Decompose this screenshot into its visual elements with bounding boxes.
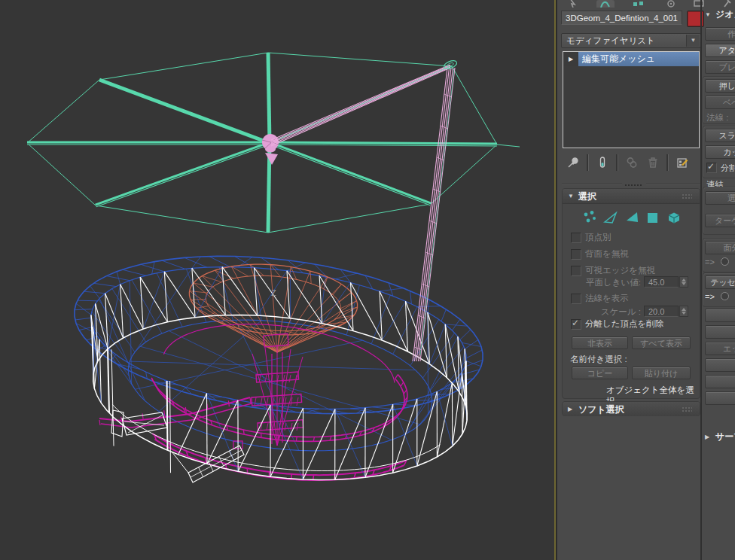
geometry-button-blank-21[interactable] bbox=[705, 309, 735, 322]
radio-icon[interactable] bbox=[721, 292, 729, 300]
spiral-ramp-wireframe[interactable] bbox=[99, 324, 407, 480]
geometry-button-面分割[interactable]: 面分割 bbox=[705, 241, 735, 254]
modifier-stack: ▶ 編集可能メッシュ bbox=[563, 51, 700, 148]
wireframe-scene: Z bbox=[0, 0, 554, 560]
arrow-label: => bbox=[705, 257, 715, 266]
checkbox-icon[interactable]: ✓ bbox=[571, 319, 581, 330]
radio-icon[interactable] bbox=[721, 257, 729, 266]
geometry-button-押し出し[interactable]: 押し出し bbox=[705, 79, 735, 93]
modifier-list-label: モディファイヤリスト bbox=[566, 35, 655, 47]
geometry-button-アタッチ[interactable]: アタッチ bbox=[705, 44, 735, 57]
unhide-all-button[interactable]: すべて表示 bbox=[632, 336, 691, 349]
vertex-level-icon[interactable] bbox=[581, 208, 599, 227]
crane-wireframe[interactable] bbox=[271, 59, 458, 361]
create-icon bbox=[563, 0, 581, 8]
check-icon: ✓ bbox=[572, 318, 579, 328]
geometry-button-スライス[interactable]: スライス bbox=[705, 129, 735, 142]
checkbox-ignore-backfacing[interactable]: 背面を無視 bbox=[571, 248, 629, 260]
motion-icon bbox=[662, 0, 680, 8]
pin-stack-icon[interactable] bbox=[565, 154, 581, 171]
caret-down-icon: ▼ bbox=[705, 11, 711, 18]
element-level-icon[interactable] bbox=[665, 208, 683, 227]
geometry-button-blank-22[interactable] bbox=[705, 325, 735, 339]
geometry-label-法線 :: 法線 : bbox=[706, 112, 728, 123]
command-panel-column-2: ▼ ジオメトリ 作成アタッチブレーク押し出しベベル法線 :スライスカット✓分割連… bbox=[700, 0, 735, 560]
geometry-button-blank-24[interactable] bbox=[705, 358, 735, 372]
normals-scale-row: スケール : 20.0 bbox=[563, 306, 701, 318]
funnel-wireframe[interactable] bbox=[189, 264, 357, 352]
geometry-button-ターゲット[interactable]: ターゲット bbox=[705, 214, 735, 227]
rollout-surface-properties-header[interactable]: ▶ サーフェス プロパティ bbox=[703, 430, 735, 443]
rollout-soft-selection: ▶ ソフト選択 bbox=[562, 401, 700, 416]
spinner-arrows[interactable] bbox=[679, 276, 688, 288]
rollout-selection-header[interactable]: ▼ 選択 bbox=[563, 189, 700, 204]
checkbox-label: 可視エッジを無視 bbox=[585, 265, 655, 276]
tab-create[interactable] bbox=[563, 0, 581, 8]
geometry-button-選択[interactable]: 選択 bbox=[705, 191, 735, 205]
normals-scale-field[interactable]: 20.0 bbox=[644, 306, 679, 317]
modifier-list-dropdown[interactable]: モディファイヤリスト ▼ bbox=[561, 33, 701, 48]
toolbar-separator bbox=[616, 154, 618, 171]
geometry-button-テッセレート[interactable]: テッセレート bbox=[705, 275, 735, 289]
stack-item-label: 編集可能メッシュ bbox=[578, 53, 655, 65]
checkbox-label: 分割 bbox=[721, 163, 735, 174]
checkbox-label: 背面を無視 bbox=[585, 248, 629, 260]
hide-button[interactable]: 非表示 bbox=[572, 336, 628, 349]
arrow-option-row[interactable]: => bbox=[705, 257, 735, 269]
subobject-level-icons bbox=[581, 208, 683, 228]
checkbox-icon[interactable] bbox=[571, 249, 581, 260]
expand-arrow-icon[interactable]: ▶ bbox=[563, 52, 578, 66]
checkbox-icon[interactable] bbox=[571, 294, 581, 304]
show-end-result-icon[interactable] bbox=[594, 154, 611, 171]
tab-hierarchy[interactable] bbox=[630, 0, 648, 8]
modify-icon bbox=[596, 0, 615, 8]
geometry-button-ベベル[interactable]: ベベル bbox=[705, 96, 735, 109]
drag-grip-icon[interactable] bbox=[682, 406, 692, 412]
configure-modifier-sets-icon[interactable] bbox=[674, 154, 691, 171]
checkbox-show-normals[interactable]: 法線を表示 bbox=[571, 293, 629, 304]
geometry-button-blank-26[interactable] bbox=[705, 391, 735, 405]
checkbox-icon[interactable]: ✓ bbox=[706, 163, 717, 173]
tab-modify[interactable] bbox=[596, 0, 615, 8]
geometry-button-エッジ[interactable]: エッジ bbox=[705, 342, 735, 355]
checkbox-分割[interactable]: ✓分割 bbox=[706, 163, 735, 173]
planar-threshold-field[interactable]: 45.0 bbox=[644, 276, 679, 288]
checkbox-label: 法線を表示 bbox=[585, 293, 629, 304]
splitter-line bbox=[646, 184, 700, 185]
rollout-geometry-header[interactable]: ▼ ジオメトリ bbox=[703, 8, 735, 21]
checkbox-ignore-visible-edges[interactable]: 可視エッジを無視 bbox=[571, 265, 655, 276]
geometry-button-ブレーク[interactable]: ブレーク bbox=[705, 60, 735, 74]
arrow-option-row[interactable]: => bbox=[705, 291, 735, 303]
checkbox-icon[interactable] bbox=[571, 233, 581, 243]
drag-grip-icon[interactable] bbox=[682, 193, 692, 199]
toolbar-separator bbox=[587, 154, 589, 171]
checkbox-by-vertex[interactable]: 頂点別 bbox=[571, 232, 611, 243]
copy-button[interactable]: コピー bbox=[572, 367, 628, 379]
edge-level-icon[interactable] bbox=[602, 208, 620, 227]
planar-threshold-row: 平面しきい値: 45.0 bbox=[563, 276, 701, 288]
normals-scale-label: スケール : bbox=[601, 306, 641, 318]
object-name-field[interactable]: 3DGeom_4_Defintion_4_001 bbox=[561, 11, 682, 25]
polygon-level-icon[interactable] bbox=[644, 208, 662, 227]
3dsmax-window: { "viewport": { "bg": "#363636", "active… bbox=[0, 0, 735, 560]
panel-splitter[interactable] bbox=[562, 182, 700, 187]
make-unique-icon[interactable] bbox=[624, 154, 640, 171]
geometry-button-作成[interactable]: 作成 bbox=[705, 27, 735, 41]
rollout-soft-selection-header[interactable]: ▶ ソフト選択 bbox=[563, 402, 700, 416]
rollout-geometry-title: ジオメトリ bbox=[715, 8, 735, 21]
rollout-surface-properties-title: サーフェス プロパティ bbox=[715, 431, 735, 443]
stack-item-editable-mesh[interactable]: ▶ 編集可能メッシュ bbox=[563, 52, 699, 66]
checkbox-delete-isolated-vertices[interactable]: ✓ 分離した頂点を削除 bbox=[571, 318, 663, 330]
caret-right-icon: ▶ bbox=[705, 434, 709, 440]
face-level-icon[interactable] bbox=[623, 208, 641, 227]
splitter-grip bbox=[624, 183, 643, 186]
paste-button[interactable]: 貼り付け bbox=[632, 367, 691, 379]
geometry-button-カット[interactable]: カット bbox=[705, 145, 735, 159]
rollout-selection-title: 選択 bbox=[578, 190, 596, 203]
remove-modifier-icon[interactable] bbox=[645, 154, 661, 171]
geometry-button-blank-25[interactable] bbox=[705, 375, 735, 388]
viewport-3d[interactable]: Z bbox=[0, 0, 554, 560]
spinner-arrows[interactable] bbox=[679, 306, 688, 317]
checkbox-icon[interactable] bbox=[571, 266, 581, 276]
tab-motion[interactable] bbox=[662, 0, 680, 8]
